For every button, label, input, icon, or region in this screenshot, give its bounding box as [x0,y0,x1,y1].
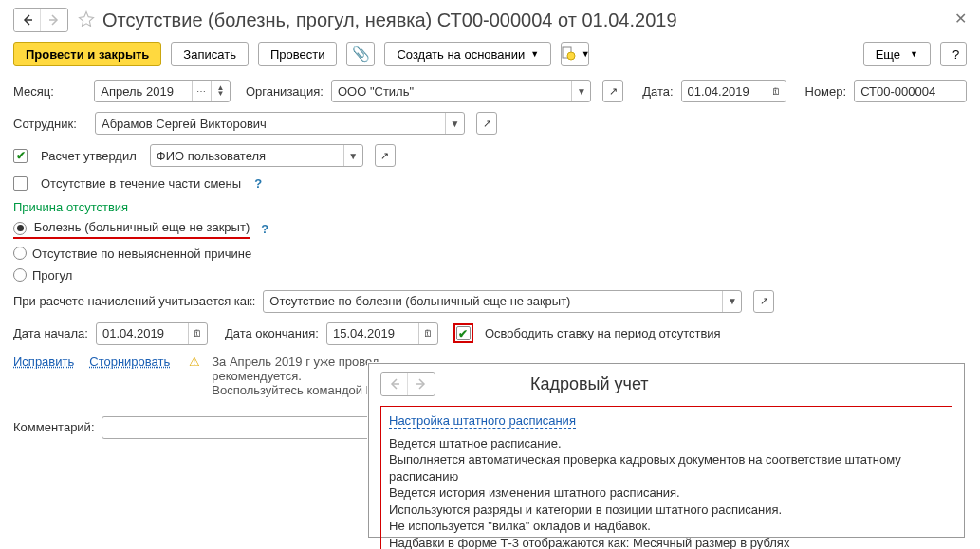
calc-open-button[interactable]: ↗ [753,290,774,313]
save-button[interactable]: Записать [171,42,249,66]
org-input[interactable]: ООО "Стиль" ▼ [331,80,591,102]
nav-forward-button[interactable] [41,9,67,31]
calc-type-value: Отсутствие по болезни (больничный еще не… [264,294,722,308]
window-title: Отсутствие (болезнь, прогул, неявка) СТ0… [102,9,677,31]
chevron-down-icon[interactable]: ▼ [445,113,464,134]
employee-open-button[interactable]: ↗ [476,112,497,135]
org-open-button[interactable]: ↗ [602,80,623,102]
arrow-left-icon [389,378,400,390]
staffing-settings-link[interactable]: Настройка штатного расписания [389,413,576,429]
help-icon[interactable]: ? [254,176,262,191]
report-icon [561,46,576,64]
calc-label: При расчете начислений учитывается как: [13,294,255,308]
svg-point-1 [567,52,575,60]
calendar-icon[interactable]: 🗓 [188,323,207,344]
print-menu-button[interactable]: ▼ [561,42,589,66]
employee-value: Абрамов Сергей Викторович [96,117,445,131]
comment-label: Комментарий: [13,420,94,434]
arrow-right-icon [48,14,60,26]
help-icon[interactable]: ? [261,222,268,236]
nav-buttons [13,8,68,32]
chevron-down-icon: ▼ [582,49,590,59]
ellipsis-button[interactable]: ⋯ [192,81,211,101]
fix-link[interactable]: Исправить [13,355,74,369]
help-button[interactable]: ? [940,42,967,66]
employee-label: Сотрудник: [13,117,87,131]
popup-body: Настройка штатного расписания Ведется шт… [380,406,952,549]
release-rate-label: Освободить ставку на период отсутствия [485,326,721,340]
partial-shift-label: Отсутствие в течение части смены [41,176,241,191]
start-date-input[interactable]: 01.04.2019 🗓 [96,322,208,345]
more-button[interactable]: Еще▼ [863,42,931,66]
attach-button[interactable]: 📎 [346,42,375,66]
reason-unknown-label: Отсутствие по невыясненной причине [32,247,251,261]
number-value: СТ00-000004 [855,84,966,99]
popup-title: Кадровый учет [530,375,649,394]
approved-open-button[interactable]: ↗ [375,144,396,167]
arrow-left-icon [22,14,33,26]
paperclip-icon: 📎 [352,46,370,63]
chevron-down-icon[interactable]: ▼ [343,145,362,166]
reason-illness-label: Болезнь (больничный еще не закрыт) [34,220,250,234]
comment-input[interactable] [102,416,371,439]
post-and-close-button[interactable]: Провести и закрыть [13,42,161,66]
popup-text-1: Ведется штатное расписание. [389,435,944,452]
chevron-down-icon[interactable]: ▼ [571,81,590,101]
close-icon[interactable]: ✕ [954,9,967,27]
warning-icon: ⚠ [189,355,200,369]
popup-nav-buttons [380,372,435,396]
calendar-icon[interactable]: 🗓 [767,81,786,101]
approved-checkbox[interactable] [13,149,28,163]
date-value: 01.04.2019 [682,84,767,99]
start-date-label: Дата начала: [13,326,88,340]
date-input[interactable]: 01.04.2019 🗓 [681,80,786,102]
popup-text-4: Используются разряды и категории в позиц… [389,502,944,519]
number-input[interactable]: СТ00-000004 [854,80,967,102]
reason-radio-illness[interactable] [13,222,27,235]
favorite-star-icon[interactable] [78,10,95,30]
employee-input[interactable]: Абрамов Сергей Викторович ▼ [95,112,465,135]
chevron-down-icon: ▼ [910,49,918,59]
warning-text: За Апрель 2019 г уже провед рекомендуетс… [212,355,379,397]
popup-text-3: Ведется история изменения штатного распи… [389,485,944,502]
calendar-icon[interactable]: 🗓 [418,323,437,344]
popup-text-5: Не используется "вилка" окладов и надбав… [389,518,944,535]
popup-nav-back-button[interactable] [381,373,408,395]
reason-radio-truancy[interactable] [13,268,27,282]
release-rate-highlight [453,323,473,343]
create-based-on-button[interactable]: Создать на основании▼ [384,42,551,66]
create-based-label: Создать на основании [397,47,525,62]
partial-shift-checkbox[interactable] [13,176,28,191]
end-date-input[interactable]: 15.04.2019 🗓 [326,322,438,345]
post-button[interactable]: Провести [258,42,338,66]
hr-settings-popup: Кадровый учет Настройка штатного расписа… [368,363,965,538]
end-date-value: 15.04.2019 [327,326,418,340]
approved-user-input[interactable]: ФИО пользователя ▼ [150,144,363,167]
arrow-right-icon [416,378,427,390]
approved-value: ФИО пользователя [151,149,343,163]
approved-label: Расчет утвердил [41,149,137,163]
org-value: ООО "Стиль" [332,84,571,99]
start-date-value: 01.04.2019 [97,326,188,340]
release-rate-checkbox[interactable] [456,326,471,340]
reverse-link[interactable]: Сторнировать [89,355,170,369]
org-label: Организация: [246,84,324,99]
popup-text-2: Выполняется автоматическая проверка кадр… [389,451,944,485]
spinner-button[interactable]: ▲▼ [211,81,230,101]
month-label: Месяц: [13,84,86,99]
reason-truancy-label: Прогул [32,268,72,283]
popup-nav-forward-button[interactable] [408,373,435,395]
reason-radio-unknown[interactable] [13,247,27,260]
calc-type-input[interactable]: Отсутствие по болезни (больничный еще не… [263,290,742,313]
chevron-down-icon[interactable]: ▼ [722,291,741,312]
more-label: Еще [876,47,900,62]
month-input[interactable]: Апрель 2019 ⋯ ▲▼ [94,80,231,102]
date-label: Дата: [642,84,673,99]
chevron-down-icon: ▼ [530,49,539,59]
reason-section-title: Причина отсутствия [13,200,967,214]
reason-illness-container: Болезнь (больничный еще не закрыт) [13,220,250,239]
nav-back-button[interactable] [14,9,41,31]
number-label: Номер: [805,84,847,99]
end-date-label: Дата окончания: [225,326,319,340]
month-value: Апрель 2019 [95,84,192,99]
